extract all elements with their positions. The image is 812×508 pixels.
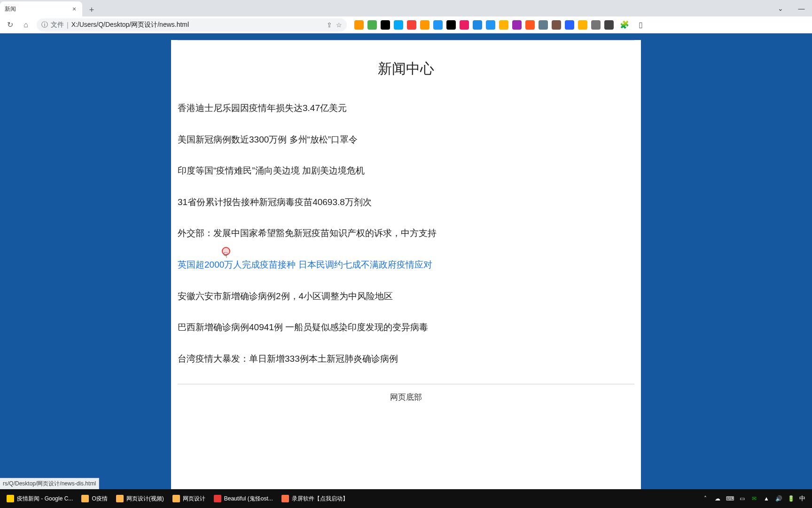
extensions-menu-icon[interactable]: 🧩: [617, 18, 632, 32]
cursor-indicator: ☟: [222, 247, 230, 255]
taskbar-app[interactable]: Beautiful (鬼怪ost...: [210, 491, 277, 506]
taskbar-app[interactable]: O疫情: [78, 491, 111, 506]
extension-icon[interactable]: [604, 20, 614, 30]
page-footer: 网页底部: [178, 392, 634, 403]
taskbar-app-label: 疫情新闻 - Google C...: [17, 495, 73, 503]
separator: |: [67, 21, 69, 29]
news-item[interactable]: 安徽六安市新增确诊病例2例，4小区调整为中风险地区: [178, 290, 634, 303]
taskbar-app[interactable]: 疫情新闻 - Google C...: [3, 491, 77, 506]
news-item[interactable]: 巴西新增确诊病例40941例 一船员疑似感染印度发现的变异病毒: [178, 321, 634, 334]
tab-title: 新闻: [5, 5, 68, 13]
taskbar: 疫情新闻 - Google C...O疫情网页设计(视频)网页设计Beautif…: [0, 489, 812, 508]
close-icon[interactable]: ×: [71, 6, 78, 12]
news-item[interactable]: 印度等国“疫情难民”涌向美边境 加剧美边境危机: [178, 165, 634, 177]
divider-bottom: [178, 384, 634, 384]
taskbar-app-icon: [116, 495, 124, 502]
extension-icon[interactable]: [512, 20, 522, 30]
tray-keyboard-icon[interactable]: ⌨: [726, 495, 734, 502]
taskbar-items: 疫情新闻 - Google C...O疫情网页设计(视频)网页设计Beautif…: [3, 491, 352, 506]
news-item[interactable]: 31省份累计报告接种新冠病毒疫苗40693.8万剂次: [178, 196, 634, 209]
bookmark-icon[interactable]: ☆: [336, 21, 342, 29]
taskbar-app-label: O疫情: [92, 495, 107, 503]
extensions-row: [354, 20, 614, 30]
news-list: 香港迪士尼乐园因疫情年损失达3.47亿美元美国新冠病例数近3300万例 多州“放…: [178, 102, 634, 365]
overflow-icon[interactable]: ▯: [633, 18, 648, 32]
extension-icon[interactable]: [354, 20, 364, 30]
browser-toolbar: ↻ ⌂ ⓘ 文件 | X:/Users/Q/Desktop/网页设计/news.…: [0, 16, 812, 33]
taskbar-app[interactable]: 网页设计(视频): [112, 491, 168, 506]
extension-icon[interactable]: [486, 20, 495, 30]
browser-tab[interactable]: 新闻 ×: [0, 1, 82, 16]
taskbar-app-label: 录屏软件【点我启动】: [292, 495, 348, 503]
browser-tabstrip: 新闻 × + ⌄ —: [0, 0, 812, 16]
address-actions: ⇪ ☆: [327, 21, 342, 29]
extension-icon[interactable]: [446, 20, 456, 30]
extension-icon[interactable]: [539, 20, 548, 30]
page-title: 新闻中心: [178, 59, 634, 79]
extension-icon[interactable]: [367, 20, 377, 30]
link-status-bar: rs/Q/Desktop/网页设计/news-dis.html: [0, 478, 99, 489]
new-tab-button[interactable]: +: [85, 3, 98, 16]
share-icon[interactable]: ⇪: [327, 21, 332, 29]
home-icon[interactable]: ⌂: [19, 18, 33, 32]
tray-power-icon[interactable]: 🔋: [787, 495, 795, 502]
taskbar-app-icon: [81, 495, 89, 502]
extension-icon[interactable]: [473, 20, 482, 30]
extension-icon[interactable]: [433, 20, 443, 30]
taskbar-app[interactable]: 网页设计: [169, 491, 209, 506]
extension-icon[interactable]: [460, 20, 469, 30]
extension-icon[interactable]: [407, 20, 416, 30]
extension-icon[interactable]: [394, 20, 403, 30]
extension-icon[interactable]: [420, 20, 429, 30]
address-bar[interactable]: ⓘ 文件 | X:/Users/Q/Desktop/网页设计/news.html…: [37, 18, 347, 32]
tray-network-icon[interactable]: ▲: [763, 495, 770, 502]
minimize-icon[interactable]: —: [791, 0, 812, 16]
divider-top: [178, 40, 634, 40]
tab-dropdown-icon[interactable]: ⌄: [770, 0, 791, 16]
extension-icon[interactable]: [578, 20, 587, 30]
page-content: 新闻中心 香港迪士尼乐园因疫情年损失达3.47亿美元美国新冠病例数近3300万例…: [171, 40, 641, 489]
extension-icon[interactable]: [525, 20, 535, 30]
tray-battery-icon[interactable]: ▭: [738, 495, 746, 502]
tray-volume-icon[interactable]: 🔊: [775, 495, 782, 502]
tray-wechat-icon[interactable]: ✉: [750, 495, 758, 502]
ime-indicator[interactable]: 中: [799, 494, 805, 503]
taskbar-app-icon: [281, 495, 289, 502]
extension-icon[interactable]: [591, 20, 601, 30]
news-item[interactable]: 英国超2000万人完成疫苗接种 日本民调约七成不满政府疫情应对: [178, 259, 634, 271]
window-controls: ⌄ —: [770, 0, 812, 16]
extension-icon[interactable]: [565, 20, 574, 30]
extension-icon[interactable]: [552, 20, 561, 30]
taskbar-app-label: 网页设计(视频): [126, 495, 164, 503]
news-item[interactable]: 台湾疫情大暴发：单日新增333例本土新冠肺炎确诊病例: [178, 353, 634, 365]
url-text: X:/Users/Q/Desktop/网页设计/news.html: [71, 21, 324, 29]
taskbar-app-icon: [7, 495, 14, 502]
reload-icon[interactable]: ↻: [3, 18, 17, 32]
page-viewport: 新闻中心 香港迪士尼乐园因疫情年损失达3.47亿美元美国新冠病例数近3300万例…: [0, 33, 812, 489]
info-icon[interactable]: ⓘ: [41, 21, 48, 29]
extension-icon[interactable]: [499, 20, 508, 30]
news-item[interactable]: 香港迪士尼乐园因疫情年损失达3.47亿美元: [178, 102, 634, 115]
taskbar-app-label: 网页设计: [183, 495, 205, 503]
taskbar-app-icon: [214, 495, 221, 502]
taskbar-app[interactable]: 录屏软件【点我启动】: [278, 491, 352, 506]
extension-icon[interactable]: [381, 20, 390, 30]
address-prefix: 文件: [51, 21, 64, 29]
news-item[interactable]: 外交部：发展中国家希望豁免新冠疫苗知识产权的诉求，中方支持: [178, 227, 634, 240]
tray-onedrive-icon[interactable]: ☁: [714, 495, 721, 502]
news-item[interactable]: 美国新冠病例数近3300万例 多州“放松”口罩令: [178, 134, 634, 146]
tray-up-icon[interactable]: ˄: [702, 495, 709, 502]
taskbar-app-label: Beautiful (鬼怪ost...: [224, 495, 273, 503]
pointer-hand-icon: ☟: [223, 251, 228, 260]
system-tray: ˄ ☁ ⌨ ▭ ✉ ▲ 🔊 🔋 中: [702, 494, 809, 503]
taskbar-app-icon: [172, 495, 180, 502]
